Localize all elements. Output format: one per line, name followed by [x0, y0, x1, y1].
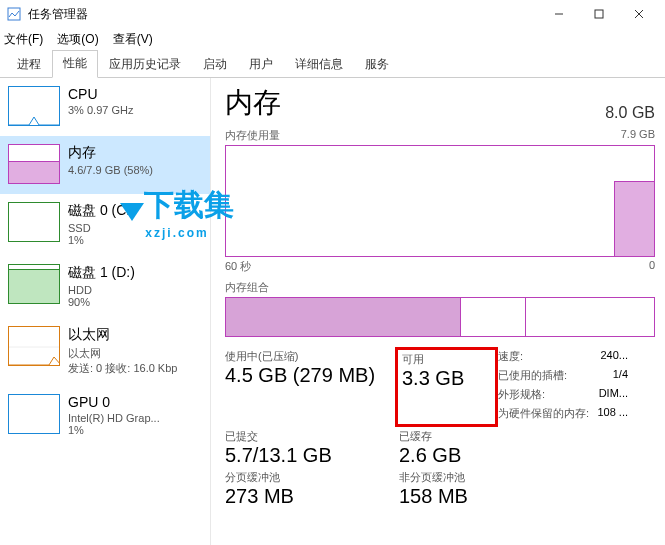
disk0-sparkline	[8, 202, 60, 242]
tab-users[interactable]: 用户	[238, 51, 284, 78]
composition-label: 内存组合	[225, 280, 269, 295]
memory-composition-graph[interactable]	[225, 297, 655, 337]
detail-pane: 内存 8.0 GB 内存使用量 7.9 GB 60 秒 0 内存组合 使用中(已…	[210, 78, 665, 545]
sidebar-text: CPU 3% 0.97 GHz	[68, 86, 133, 126]
window-title: 任务管理器	[28, 6, 539, 23]
sidebar-item-sub: HDD	[68, 284, 135, 296]
paged-label: 分页缓冲池	[225, 470, 395, 485]
memory-sparkline	[8, 144, 60, 184]
cpu-sparkline	[8, 86, 60, 126]
sidebar-item-sub: 3% 0.97 GHz	[68, 104, 133, 116]
gpu-sparkline	[8, 394, 60, 434]
menu-view[interactable]: 查看(V)	[113, 31, 153, 48]
committed-value: 5.7/13.1 GB	[225, 445, 395, 466]
titlebar: 任务管理器	[0, 0, 665, 28]
sidebar-item-title: 磁盘 1 (D:)	[68, 264, 135, 282]
reserved-label: 为硬件保留的内存:	[498, 406, 589, 421]
sidebar-item-sub: 以太网	[68, 346, 177, 361]
formfactor-label: 外形规格:	[498, 387, 545, 402]
usage-label: 内存使用量	[225, 128, 280, 143]
nonpaged-label: 非分页缓冲池	[399, 470, 494, 485]
usage-max: 7.9 GB	[621, 128, 655, 143]
cached-label: 已缓存	[399, 429, 494, 444]
cached-value: 2.6 GB	[399, 445, 494, 466]
detail-title: 内存	[225, 84, 281, 122]
speed-value: 240...	[592, 349, 628, 364]
sidebar-item-title: 内存	[68, 144, 153, 162]
slots-label: 已使用的插槽:	[498, 368, 567, 383]
sidebar-item-title: CPU	[68, 86, 133, 102]
stats-grid: 使用中(已压缩) 4.5 GB (279 MB) 可用 3.3 GB 速度:24…	[225, 349, 655, 507]
sidebar-item-disk1[interactable]: 磁盘 1 (D:) HDD 90%	[0, 256, 210, 318]
detail-total: 8.0 GB	[605, 104, 655, 122]
sidebar-item-sub2: 90%	[68, 296, 135, 308]
sidebar-item-cpu[interactable]: CPU 3% 0.97 GHz	[0, 78, 210, 136]
axis-right: 0	[649, 259, 655, 274]
sidebar-item-gpu0[interactable]: GPU 0 Intel(R) HD Grap... 1%	[0, 386, 210, 446]
disk1-sparkline	[8, 264, 60, 304]
tab-bar: 进程 性能 应用历史记录 启动 用户 详细信息 服务	[0, 50, 665, 78]
sidebar: CPU 3% 0.97 GHz 内存 4.6/7.9 GB (58%) 磁盘 0…	[0, 78, 210, 545]
sidebar-item-sub2: 发送: 0 接收: 16.0 Kbp	[68, 361, 177, 376]
tab-performance[interactable]: 性能	[52, 50, 98, 78]
sidebar-text: 以太网 以太网 发送: 0 接收: 16.0 Kbp	[68, 326, 177, 376]
sidebar-text: 磁盘 0 (C:) SSD 1%	[68, 202, 135, 246]
available-value: 3.3 GB	[402, 368, 491, 389]
tab-startup[interactable]: 启动	[192, 51, 238, 78]
sidebar-item-memory[interactable]: 内存 4.6/7.9 GB (58%)	[0, 136, 210, 194]
reserved-value: 108 ...	[592, 406, 628, 421]
sidebar-item-title: 以太网	[68, 326, 177, 344]
inuse-label: 使用中(已压缩)	[225, 349, 395, 364]
paged-value: 273 MB	[225, 486, 395, 507]
slots-value: 1/4	[592, 368, 628, 383]
sidebar-text: GPU 0 Intel(R) HD Grap... 1%	[68, 394, 160, 436]
memory-usage-graph[interactable]	[225, 145, 655, 257]
svg-rect-0	[8, 8, 20, 20]
menu-options[interactable]: 选项(O)	[57, 31, 98, 48]
nonpaged-value: 158 MB	[399, 486, 494, 507]
available-highlight: 可用 3.3 GB	[395, 347, 498, 427]
sidebar-item-title: 磁盘 0 (C:)	[68, 202, 135, 220]
sidebar-item-sub2: 1%	[68, 424, 160, 436]
sidebar-text: 磁盘 1 (D:) HDD 90%	[68, 264, 135, 308]
svg-rect-2	[595, 10, 603, 18]
sidebar-item-sub: 4.6/7.9 GB (58%)	[68, 164, 153, 176]
app-icon	[6, 6, 22, 22]
tab-processes[interactable]: 进程	[6, 51, 52, 78]
formfactor-value: DIM...	[592, 387, 628, 402]
tab-services[interactable]: 服务	[354, 51, 400, 78]
menu-file[interactable]: 文件(F)	[4, 31, 43, 48]
tab-details[interactable]: 详细信息	[284, 51, 354, 78]
maximize-button[interactable]	[579, 0, 619, 28]
sidebar-item-ethernet[interactable]: 以太网 以太网 发送: 0 接收: 16.0 Kbp	[0, 318, 210, 386]
sidebar-text: 内存 4.6/7.9 GB (58%)	[68, 144, 153, 184]
committed-label: 已提交	[225, 429, 395, 444]
tab-app-history[interactable]: 应用历史记录	[98, 51, 192, 78]
speed-label: 速度:	[498, 349, 523, 364]
ethernet-sparkline	[8, 326, 60, 366]
window-controls	[539, 0, 659, 28]
menubar: 文件(F) 选项(O) 查看(V)	[0, 28, 665, 50]
sidebar-item-sub2: 1%	[68, 234, 135, 246]
close-button[interactable]	[619, 0, 659, 28]
main-content: CPU 3% 0.97 GHz 内存 4.6/7.9 GB (58%) 磁盘 0…	[0, 78, 665, 545]
sidebar-item-title: GPU 0	[68, 394, 160, 410]
axis-left: 60 秒	[225, 259, 251, 274]
sidebar-item-sub: Intel(R) HD Grap...	[68, 412, 160, 424]
sidebar-item-sub: SSD	[68, 222, 135, 234]
inuse-value: 4.5 GB (279 MB)	[225, 365, 395, 386]
sidebar-item-disk0[interactable]: 磁盘 0 (C:) SSD 1%	[0, 194, 210, 256]
minimize-button[interactable]	[539, 0, 579, 28]
detail-header: 内存 8.0 GB	[225, 84, 655, 122]
available-label: 可用	[402, 352, 491, 367]
